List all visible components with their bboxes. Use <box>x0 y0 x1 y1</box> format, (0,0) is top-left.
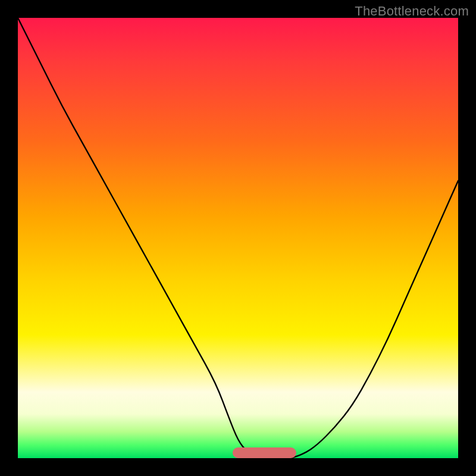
curve-layer <box>18 18 458 458</box>
right-curve-path <box>291 181 458 458</box>
chart-stage: TheBottleneck.com <box>0 0 476 476</box>
attribution-label: TheBottleneck.com <box>355 4 469 19</box>
left-curve-path <box>18 18 273 458</box>
plot-area <box>18 18 458 458</box>
